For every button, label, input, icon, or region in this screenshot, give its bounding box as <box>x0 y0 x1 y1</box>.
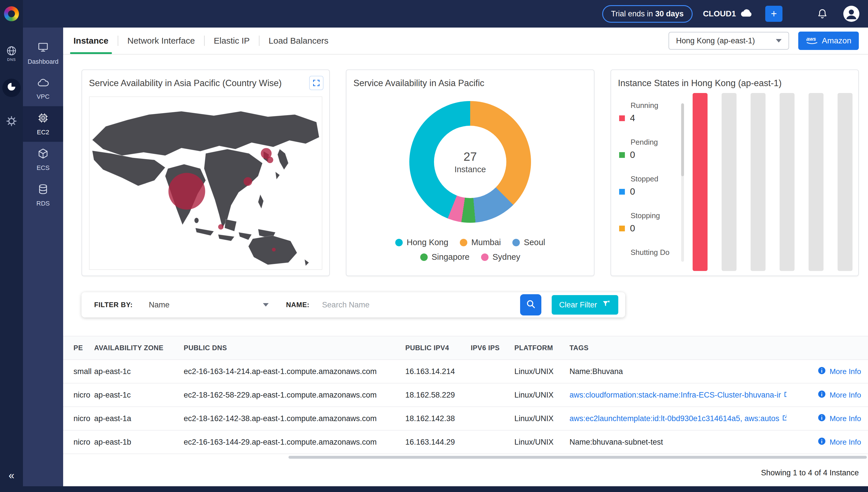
sidebar-item-label: VPC <box>36 93 49 100</box>
cloud-icon <box>740 8 752 19</box>
sidebar-item-label: EC2 <box>37 129 49 136</box>
tab-instance[interactable]: Instance <box>64 28 118 54</box>
more-info-link[interactable]: More Info <box>817 413 861 424</box>
legend-item-singapore[interactable]: Singapore <box>420 252 470 262</box>
col-header-tags[interactable]: TAGS <box>569 344 787 352</box>
legend-square <box>619 189 625 195</box>
filter-clear-icon <box>602 300 611 310</box>
top-bar: Trial ends in 30 days CLOUD1 + <box>0 0 868 28</box>
rail-item-settings[interactable] <box>2 113 21 131</box>
col-header-type[interactable]: PE <box>63 344 94 352</box>
state-running[interactable]: Running 4 <box>619 101 680 138</box>
sidebar-item-rds[interactable]: RDS <box>23 177 63 213</box>
rds-database-icon <box>37 183 49 197</box>
col-header-platform[interactable]: PLATFORM <box>514 344 569 352</box>
tab-bar: Instance Network Interface Elastic IP Lo… <box>63 28 868 54</box>
state-pending[interactable]: Pending 0 <box>619 138 680 174</box>
search-name-input[interactable] <box>322 300 520 310</box>
legend-scrollbar[interactable] <box>681 103 684 262</box>
sidebar-collapse-button[interactable]: « <box>0 470 23 482</box>
donut-legend: Hong Kong Mumbai Seoul Singapore <box>353 236 587 262</box>
bar-running[interactable] <box>693 93 708 271</box>
tags-link[interactable]: aws:ec2launchtemplate:id:lt-0bd930e1c314… <box>569 414 787 423</box>
more-info-link[interactable]: More Info <box>817 366 861 377</box>
state-stopped[interactable]: Stopped 0 <box>619 174 680 211</box>
col-header-ipv6[interactable]: IPV6 IPS <box>471 344 514 352</box>
scrollbar-thumb[interactable] <box>289 456 867 459</box>
donut-card-title: Service Availability in Asia Pacific <box>353 78 587 89</box>
legend-item-sydney[interactable]: Sydney <box>481 252 520 262</box>
more-info-link[interactable]: More Info <box>817 390 861 400</box>
legend-dot <box>420 253 428 261</box>
user-avatar[interactable] <box>843 5 860 22</box>
rail-item-dns[interactable]: DNS <box>2 44 21 63</box>
sidebar-item-ecs[interactable]: ECS <box>23 142 63 177</box>
external-link-icon <box>783 390 787 400</box>
legend-dot <box>395 239 403 246</box>
name-field-label: NAME: <box>286 301 309 309</box>
legend-item-mumbai[interactable]: Mumbai <box>460 238 501 247</box>
legend-square <box>619 226 625 231</box>
filter-by-label: FILTER BY: <box>94 301 132 309</box>
notifications-bell-icon[interactable] <box>817 8 828 20</box>
donut-center: 27 Instance <box>434 126 506 198</box>
amazon-provider-button[interactable]: aws Amazon <box>798 31 859 50</box>
tab-load-balancers[interactable]: Load Balancers <box>259 28 338 54</box>
bar-placeholder <box>838 93 852 271</box>
main-area: Instance Network Interface Elastic IP Lo… <box>63 28 868 486</box>
sidebar-item-vpc[interactable]: VPC <box>23 71 63 106</box>
bar-placeholder <box>809 93 823 271</box>
sidebar-item-ec2[interactable]: EC2 <box>23 106 63 142</box>
add-button[interactable]: + <box>765 6 783 22</box>
clear-filter-button[interactable]: Clear Filter <box>552 295 618 315</box>
sidebar-item-dashboard[interactable]: Dashboard <box>23 35 63 71</box>
trial-text: Trial ends in <box>611 9 653 18</box>
more-info-link[interactable]: More Info <box>817 437 861 447</box>
tab-network-interface[interactable]: Network Interface <box>118 28 204 54</box>
tags-text: Name:Bhuvana <box>569 367 787 376</box>
legend-dot <box>512 239 520 246</box>
state-stopping[interactable]: Stopping 0 <box>619 211 680 248</box>
states-bar-chart <box>693 93 852 271</box>
sidebar-item-label: ECS <box>36 164 49 172</box>
filter-by-select[interactable]: Name <box>149 300 272 310</box>
col-header-public-dns[interactable]: PUBLIC DNS <box>184 344 405 352</box>
sidebar-item-label: Dashboard <box>28 58 58 66</box>
info-icon <box>817 366 826 377</box>
instance-table: PE AVAILABILITY ZONE PUBLIC DNS PUBLIC I… <box>63 336 868 477</box>
state-shutting-down[interactable]: Shutting Do <box>619 248 680 269</box>
dns-globe-icon <box>6 45 17 58</box>
region-select[interactable]: Hong Kong (ap-east-1) <box>669 32 789 50</box>
info-icon <box>817 413 826 424</box>
region-value: Hong Kong (ap-east-1) <box>676 36 755 45</box>
bar-placeholder <box>722 93 737 271</box>
fullscreen-expand-icon[interactable] <box>309 76 323 90</box>
search-button[interactable] <box>520 294 541 316</box>
table-row: small ap-east-1c ec2-16-163-14-214.ap-ea… <box>63 360 868 384</box>
legend-item-hong-kong[interactable]: Hong Kong <box>395 238 448 247</box>
table-row: nicro ap-east-1a ec2-18-162-142-38.ap-ea… <box>63 407 868 430</box>
map-card-title: Service Availability in Asia Pacific (Co… <box>89 78 322 89</box>
legend-square <box>619 115 625 121</box>
rail-item-monitoring[interactable] <box>2 79 21 97</box>
donut-chart[interactable]: 27 Instance <box>409 101 531 223</box>
legend-item-seoul[interactable]: Seoul <box>512 238 545 247</box>
chevron-down-icon <box>776 39 782 43</box>
col-header-public-ipv4[interactable]: PUBLIC IPV4 <box>405 344 471 352</box>
map-bubble-hong-kong <box>243 177 252 186</box>
aws-logo-icon: aws <box>806 35 818 46</box>
icon-rail: DNS « <box>0 0 23 492</box>
info-icon <box>817 437 826 447</box>
trial-banner[interactable]: Trial ends in 30 days <box>602 5 693 23</box>
legend-square <box>619 152 625 158</box>
col-header-az[interactable]: AVAILABILITY ZONE <box>94 344 184 352</box>
table-horizontal-scrollbar <box>63 456 868 459</box>
legend-dot <box>460 239 467 246</box>
asia-pacific-map[interactable] <box>89 96 322 270</box>
tags-text: Name:bhuvana-subnet-test <box>569 438 787 447</box>
tab-elastic-ip[interactable]: Elastic IP <box>205 28 259 54</box>
tags-link[interactable]: aws:cloudformation:stack-name:Infra-ECS-… <box>569 390 787 400</box>
instance-states-card: Instance States in Hong Kong (ap-east-1)… <box>611 70 859 276</box>
org-selector[interactable]: CLOUD1 <box>703 8 752 19</box>
legend-dot <box>481 253 489 261</box>
